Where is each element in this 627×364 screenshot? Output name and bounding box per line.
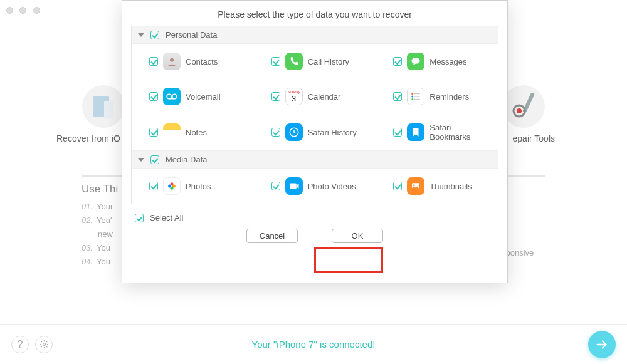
settings-button[interactable] [35,336,53,353]
svg-point-6 [517,108,522,113]
checkbox[interactable] [271,57,280,66]
next-button[interactable] [588,331,616,358]
data-type-panel: Personal Data Contacts Call History Mess… [131,26,498,204]
checkbox[interactable] [393,182,402,190]
checkbox[interactable] [149,128,158,137]
svg-rect-2 [104,101,113,118]
checkbox[interactable] [393,128,402,137]
photo-videos-icon [285,177,303,195]
svg-point-15 [412,98,414,100]
svg-point-11 [412,93,414,95]
calendar-icon: Sunday3 [285,88,303,105]
item-safari-bookmarks[interactable]: Safari Bookmarks [376,114,498,150]
group-header-personal[interactable]: Personal Data [132,26,498,44]
cancel-button[interactable]: Cancel [246,229,298,243]
item-contacts[interactable]: Contacts [132,44,254,79]
safari-history-icon [285,123,303,141]
group-header-media[interactable]: Media Data [132,150,498,169]
thumbnails-icon [407,177,424,195]
svg-point-10 [172,94,177,98]
device-icon [82,85,125,128]
item-notes[interactable]: Notes [132,114,254,150]
svg-point-7 [43,343,45,346]
select-all-label: Select All [150,213,183,222]
svg-rect-14 [414,96,420,97]
svg-rect-12 [414,93,420,95]
item-reminders[interactable]: Reminders [376,79,498,114]
dialog-title: Please select the type of data you want … [122,1,507,26]
svg-point-9 [167,94,171,98]
checkbox-media[interactable] [150,155,159,164]
checkbox[interactable] [149,92,158,101]
notes-icon [163,123,181,141]
connection-status: Your "iPhone 7" is connected! [252,339,376,350]
minimize-icon[interactable] [19,7,26,14]
photos-icon [163,177,181,195]
item-messages[interactable]: Messages [376,44,498,79]
group-label: Personal Data [166,30,217,39]
safari-bookmarks-icon [407,123,424,141]
checkbox[interactable] [393,92,402,101]
group-label: Media Data [166,155,207,164]
checkbox[interactable] [149,182,158,190]
ok-button[interactable]: OK [332,229,383,243]
svg-point-21 [168,185,171,188]
mode-repair-label: epair Tools [513,133,555,143]
item-calendar[interactable]: Sunday3Calendar [254,79,376,114]
svg-rect-16 [414,99,420,100]
svg-point-13 [412,96,414,98]
contacts-icon [163,53,181,70]
caret-down-icon[interactable] [138,33,144,37]
close-icon[interactable] [6,7,13,14]
reminders-icon [407,88,424,105]
item-voicemail[interactable]: Voicemail [132,79,254,114]
svg-point-24 [413,184,415,186]
checkbox-personal[interactable] [150,31,159,39]
checkbox[interactable] [393,57,402,66]
data-type-dialog: Please select the type of data you want … [122,0,508,283]
zoom-icon[interactable] [33,7,40,14]
help-button[interactable]: ? [11,336,29,353]
checkbox[interactable] [271,92,280,101]
phone-icon [285,53,303,70]
caret-down-icon[interactable] [138,158,144,162]
item-thumbnails[interactable]: Thumbnails [376,169,498,204]
item-safari-history[interactable]: Safari History [254,114,376,150]
item-call-history[interactable]: Call History [254,44,376,79]
item-photos[interactable]: Photos [132,169,254,204]
svg-point-8 [170,58,174,62]
checkbox-select-all[interactable] [135,214,144,222]
status-bar: ? Your "iPhone 7" is connected! [0,324,627,364]
svg-rect-22 [290,184,297,189]
voicemail-icon [163,88,181,105]
tools-icon [502,85,545,128]
mode-recover-label: Recover from iO [56,133,120,143]
checkbox[interactable] [149,57,158,66]
item-photo-videos[interactable]: Photo Videos [254,169,376,204]
messages-icon [407,53,424,70]
checkbox[interactable] [271,182,280,190]
checkbox[interactable] [271,128,280,137]
